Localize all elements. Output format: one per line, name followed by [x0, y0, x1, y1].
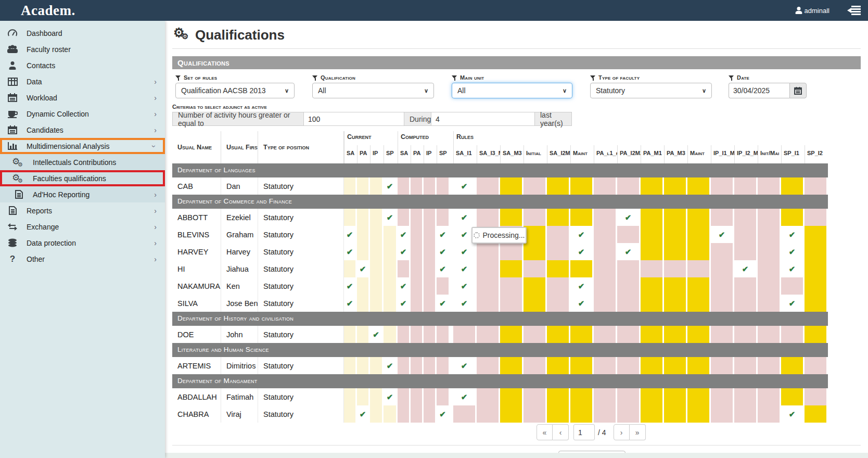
- next-page-button[interactable]: ›: [614, 424, 630, 440]
- qual-cell: [524, 326, 547, 343]
- qual-cell: [524, 295, 547, 312]
- people-icon: [5, 45, 20, 54]
- qual-cell: [758, 226, 781, 243]
- qual-cell: [617, 226, 641, 243]
- qual-cell: [547, 405, 570, 423]
- qual-cell: [711, 326, 734, 343]
- sidebar-item-faculty-roster[interactable]: Faculty roster: [0, 41, 165, 57]
- qual-cell: [524, 405, 547, 423]
- qual-cell: [477, 260, 500, 277]
- sidebar-item-contacts[interactable]: Contacts: [0, 57, 165, 73]
- qual-cell: [477, 405, 500, 423]
- qual-cell: [357, 295, 370, 312]
- date-input[interactable]: [729, 83, 789, 98]
- qual-cell: [570, 177, 594, 195]
- qual-cell: [500, 177, 524, 195]
- table-row: ABBOTTEzekielStatutory✔✔✔: [172, 209, 828, 226]
- qual-cell: [370, 260, 384, 277]
- sidebar-item-data[interactable]: Data ›: [0, 73, 165, 90]
- qual-cell: [734, 388, 758, 405]
- qual-cell: [500, 243, 524, 260]
- row-position: Statutory: [258, 357, 344, 374]
- qual-cell: [711, 277, 734, 295]
- qual-cell: [687, 388, 711, 405]
- last-page-button[interactable]: »: [630, 424, 646, 440]
- sidebar-item-data-protection[interactable]: Data protection ›: [0, 235, 165, 251]
- qualification-select[interactable]: All ∨: [312, 83, 434, 98]
- qual-cell: [781, 326, 805, 343]
- qual-cell: [711, 243, 734, 260]
- qual-cell: [617, 295, 641, 312]
- sidebar-item-reports[interactable]: Reports ›: [0, 202, 165, 219]
- qual-cell: ✔: [357, 260, 370, 277]
- qual-cell: [805, 405, 828, 423]
- bar-chart-icon: [5, 142, 20, 150]
- row-usual-name: ABDALLAH: [172, 388, 221, 405]
- qual-cell: [524, 226, 547, 243]
- qual-cell: ✔: [344, 277, 357, 295]
- calendar-icon: [5, 93, 20, 102]
- qual-cell: [570, 357, 594, 374]
- qual-cell: [424, 405, 437, 423]
- qual-cell: [781, 388, 805, 405]
- sidebar-item-dynamic-collection[interactable]: Dynamic Collection ›: [0, 106, 165, 122]
- page-number-input[interactable]: [573, 424, 595, 440]
- user-menu[interactable]: adminall: [795, 7, 829, 15]
- row-first-name: Harvey: [221, 243, 258, 260]
- sidebar-item-other[interactable]: ? Other ›: [0, 251, 165, 267]
- rule-column-header: Initial: [524, 145, 547, 163]
- qual-cell: [424, 277, 437, 295]
- qual-cell: [370, 277, 384, 295]
- department-header: Department of Languages: [172, 163, 828, 177]
- rule-column-header: PA_M3: [664, 145, 687, 163]
- qual-cell: [617, 405, 641, 423]
- qual-cell: [664, 277, 687, 295]
- sidebar-item-candidates[interactable]: Candidates ›: [0, 122, 165, 138]
- sidebar-item-workload[interactable]: Workload ›: [0, 90, 165, 106]
- table-row: CABDanStatutory✔✔: [172, 177, 828, 195]
- main-unit-select[interactable]: All ∨: [452, 83, 572, 98]
- person-icon: [5, 61, 20, 70]
- qual-cell: [687, 295, 711, 312]
- qual-cell: [734, 326, 758, 343]
- qual-cell: [734, 177, 758, 195]
- filter-funnel-icon: [452, 75, 457, 81]
- qual-cell: [687, 177, 711, 195]
- qual-cell: [711, 295, 734, 312]
- qual-cell: [547, 295, 570, 312]
- qual-cell: [547, 226, 570, 243]
- type-of-faculty-select[interactable]: Statutory ∨: [590, 83, 712, 98]
- during-years-input[interactable]: [431, 112, 535, 126]
- qual-cell: [734, 357, 758, 374]
- sidebar-collapse-icon[interactable]: [847, 5, 861, 16]
- qual-cell: [758, 295, 781, 312]
- department-header: Department of History and civilisation: [172, 312, 828, 326]
- prev-page-button[interactable]: ‹: [553, 424, 569, 440]
- table-header: Usual NameUsual First NType of positionC…: [172, 131, 828, 163]
- qual-cell: ✔: [781, 295, 805, 312]
- qual-cell: [664, 357, 687, 374]
- activity-hours-input[interactable]: [304, 112, 404, 126]
- qual-cell: [570, 326, 594, 343]
- row-usual-name: BLEVINS: [172, 226, 221, 243]
- row-first-name: Viraj: [221, 405, 258, 423]
- calendar-icon: [5, 125, 20, 134]
- qual-cell: [411, 226, 424, 243]
- department-header: Literature and Human Science: [172, 343, 828, 357]
- sidebar-item-multidimensional-analysis[interactable]: Multidimensional Analysis ›: [0, 138, 165, 154]
- department-header: Department of Commerce and Finance: [172, 195, 828, 209]
- rule-column-header: SA_I3_M: [477, 145, 500, 163]
- qual-cell: [758, 357, 781, 374]
- sidebar-item-intellectuals-contributions[interactable]: ⚙⚙ Intellectuals Contributions: [0, 154, 165, 170]
- sidebar-item-dashboard[interactable]: Dashboard: [0, 25, 165, 41]
- set-of-rules-select[interactable]: Qualification AACSB 2013 ∨: [175, 83, 295, 98]
- rule-column-header: SA_I2M:: [547, 145, 570, 163]
- sidebar-item-faculties-qualifications[interactable]: ⚙⚙ Faculties qualifications: [0, 170, 165, 186]
- qual-cell: ✔: [617, 243, 641, 260]
- gears-icon: ⚙⚙: [11, 173, 26, 184]
- sidebar-item-exchange[interactable]: Exchange ›: [0, 219, 165, 235]
- sidebar-item-adhoc-reporting[interactable]: Ad'Hoc Reporting ›: [0, 186, 165, 202]
- qual-cell: [641, 405, 664, 423]
- calendar-picker-button[interactable]: [789, 83, 807, 98]
- first-page-button[interactable]: «: [537, 424, 553, 440]
